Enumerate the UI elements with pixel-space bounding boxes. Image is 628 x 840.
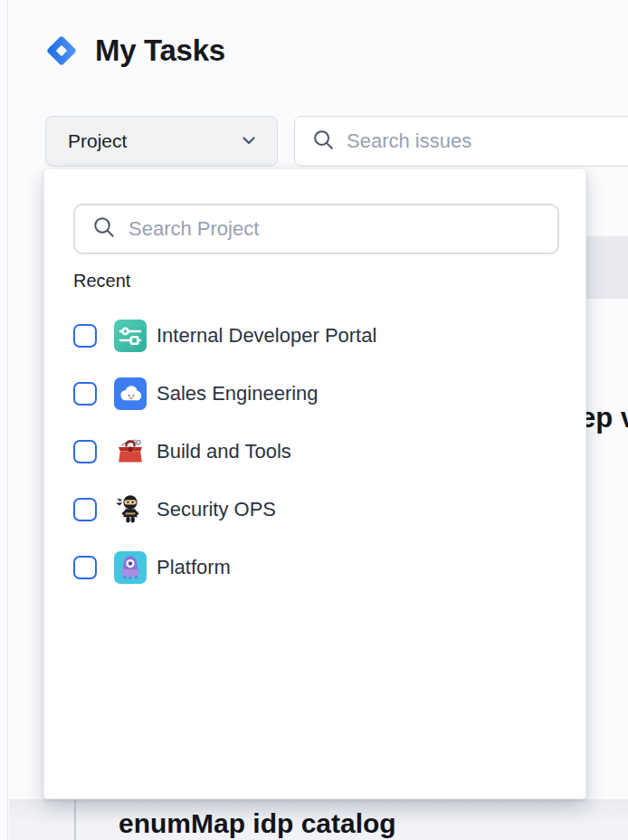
background-issue-title: enumMap idp catalog	[119, 808, 396, 839]
project-option-label: Sales Engineering	[157, 382, 319, 406]
search-issues-input[interactable]	[347, 129, 628, 153]
background-bottom-strip: enumMap idp catalog	[9, 799, 628, 840]
dev-portal-sliders-icon	[114, 320, 147, 352]
project-checkbox[interactable]	[73, 382, 97, 406]
background-card-title-fragment: ep v	[580, 402, 628, 434]
project-checkbox[interactable]	[73, 498, 97, 521]
chevron-down-icon	[239, 130, 259, 153]
project-checkbox[interactable]	[73, 440, 97, 463]
alien-icon	[114, 551, 147, 584]
project-option-label: Internal Developer Portal	[157, 324, 376, 348]
toolbox-icon	[114, 435, 147, 468]
search-icon	[311, 128, 336, 156]
project-option-sales-engineering[interactable]: Sales Engineering	[44, 365, 585, 423]
my-tasks-screen: My Tasks Project ep v enumMap idp catalo…	[0, 0, 628, 840]
recent-section-label: Recent	[73, 271, 130, 291]
project-option-internal-developer-portal[interactable]: Internal Developer Portal	[44, 307, 585, 365]
project-option-label: Security OPS	[157, 498, 276, 521]
project-option-label: Platform	[157, 556, 231, 579]
search-project-box[interactable]	[73, 204, 559, 254]
search-icon	[91, 215, 117, 243]
project-option-security-ops[interactable]: Security OPS	[44, 481, 585, 539]
project-dropdown-panel: Recent	[43, 168, 586, 799]
cloud-face-icon	[114, 377, 147, 410]
project-option-build-and-tools[interactable]: Build and Tools	[44, 423, 585, 481]
left-rail	[0, 0, 8, 840]
search-project-input[interactable]	[128, 217, 545, 241]
project-checkbox[interactable]	[73, 556, 97, 579]
search-issues-box[interactable]	[294, 116, 628, 167]
project-option-platform[interactable]: Platform	[44, 539, 585, 597]
project-option-label: Build and Tools	[157, 440, 291, 463]
jira-logo-icon	[43, 33, 80, 69]
project-checkbox[interactable]	[73, 324, 97, 348]
page-title: My Tasks	[95, 33, 225, 68]
background-divider-line	[74, 799, 76, 840]
project-option-list: Internal Developer Portal	[44, 307, 585, 597]
project-filter-button[interactable]: Project	[45, 116, 278, 167]
project-filter-label: Project	[68, 130, 127, 152]
ninja-icon	[114, 493, 147, 526]
header: My Tasks	[43, 33, 225, 69]
